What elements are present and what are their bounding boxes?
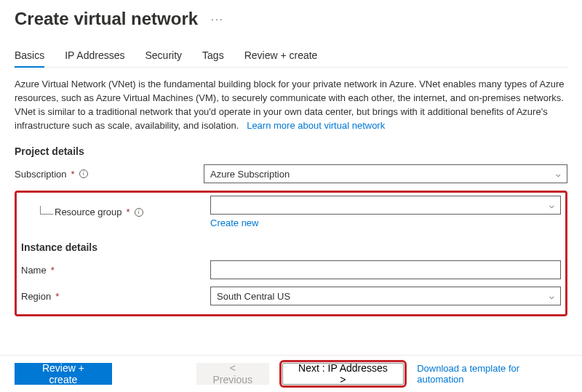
subscription-label-text: Subscription — [15, 169, 67, 180]
region-select[interactable]: South Central US ⌵ — [210, 287, 561, 305]
region-value: South Central US — [217, 291, 290, 302]
resource-group-label-text: Resource group — [55, 207, 122, 217]
subscription-value: Azure Subscription — [210, 169, 290, 180]
subscription-select[interactable]: Azure Subscription ⌵ — [204, 164, 567, 183]
region-label: Region * — [21, 291, 210, 302]
tab-tags[interactable]: Tags — [202, 49, 224, 67]
tab-basics[interactable]: Basics — [15, 49, 44, 67]
previous-button: < Previous — [196, 363, 269, 385]
required-indicator: * — [51, 265, 55, 276]
chevron-down-icon: ⌵ — [549, 292, 554, 301]
tab-bar: Basics IP Addresses Security Tags Review… — [15, 49, 567, 68]
next-button[interactable]: Next : IP Addresses > — [282, 363, 404, 385]
project-details-heading: Project details — [15, 145, 567, 157]
learn-more-link[interactable]: Learn more about virtual network — [247, 120, 385, 131]
chevron-down-icon: ⌵ — [556, 169, 561, 179]
chevron-down-icon: ⌵ — [549, 201, 554, 210]
resource-group-select[interactable]: ⌵ — [210, 196, 561, 215]
instance-details-heading: Instance details — [21, 241, 561, 253]
footer-bar: Review + create < Previous Next : IP Add… — [0, 355, 582, 392]
required-indicator: * — [55, 291, 59, 302]
subscription-label: Subscription * i — [15, 169, 204, 180]
create-new-link[interactable]: Create new — [210, 217, 258, 228]
more-actions-button[interactable]: ··· — [211, 13, 224, 25]
region-label-text: Region — [21, 291, 51, 302]
tree-connector — [40, 206, 53, 215]
name-input[interactable] — [210, 260, 561, 279]
tab-security[interactable]: Security — [145, 49, 182, 67]
tab-ip-addresses[interactable]: IP Addresses — [65, 49, 124, 67]
vnet-description: Azure Virtual Network (VNet) is the fund… — [15, 78, 567, 132]
tab-review-create[interactable]: Review + create — [244, 49, 318, 67]
required-indicator: * — [71, 169, 75, 180]
download-template-link[interactable]: Download a template for automation — [417, 363, 567, 385]
highlight-box: Resource group * i ⌵ Create new Instance… — [15, 191, 567, 316]
info-icon[interactable]: i — [135, 208, 143, 217]
required-indicator: * — [127, 207, 130, 217]
name-label: Name * — [21, 265, 210, 276]
name-label-text: Name — [21, 265, 47, 276]
info-icon[interactable]: i — [79, 169, 88, 178]
review-create-button[interactable]: Review + create — [15, 363, 112, 385]
page-title: Create virtual network — [15, 9, 198, 29]
